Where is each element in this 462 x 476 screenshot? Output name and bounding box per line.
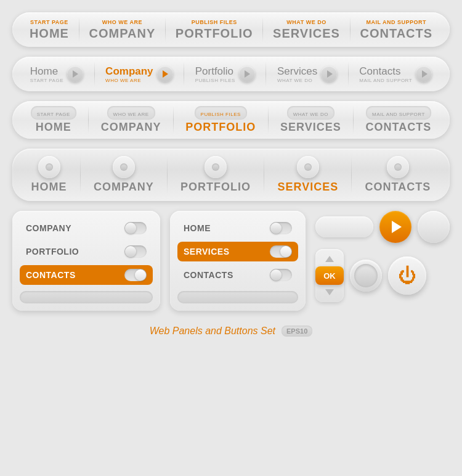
nav3-portfolio[interactable]: PUBLISH FILES PORTFOLIO — [185, 106, 256, 134]
nav4-home-circle[interactable] — [38, 156, 60, 178]
arrow-icon — [163, 70, 168, 78]
toggle-knob — [270, 223, 282, 234]
panel2-scrollbar[interactable] — [177, 291, 298, 303]
nav4-home[interactable]: HOME — [31, 156, 67, 194]
up-arrow-icon — [325, 256, 334, 262]
nav4-services-text: SERVICES — [277, 181, 338, 194]
nav4-home-text: HOME — [31, 181, 67, 194]
nav4-company-circle[interactable] — [113, 156, 135, 178]
panel2-contacts-toggle[interactable] — [270, 269, 292, 281]
nav2-contacts-arrow[interactable] — [416, 66, 432, 82]
play-button[interactable] — [379, 211, 411, 243]
nav4-company-text: COMPANY — [94, 181, 154, 194]
nav2-portfolio[interactable]: Portfolio PUBLISH FILES — [195, 65, 255, 83]
nav2-portfolio-group: Portfolio PUBLISH FILES — [195, 65, 235, 83]
nav1-contacts[interactable]: MAIL AND SUPPORT CONTACTS — [360, 19, 432, 41]
divider — [94, 62, 95, 86]
ok-button[interactable]: OK — [315, 266, 344, 285]
divider — [165, 17, 166, 42]
panel2-contacts-row[interactable]: CONTACTS — [177, 265, 298, 285]
nav2-company-arrow[interactable] — [157, 66, 173, 82]
round-button-1[interactable] — [418, 211, 450, 243]
nav1-home-label: START PAGE — [30, 19, 68, 25]
nav3-portfolio-pill: PUBLISH FILES — [195, 106, 247, 120]
nav3-services[interactable]: WHAT WE DO SERVICES — [280, 106, 341, 134]
pill-button[interactable] — [315, 216, 373, 237]
nav3-contacts-pill-text: MAIL AND SUPPORT — [372, 112, 425, 117]
nav1-portfolio[interactable]: PUBLISH FILES PORTFOLIO — [176, 19, 253, 41]
nav2-portfolio-arrow[interactable] — [239, 66, 255, 82]
nav3-home[interactable]: START PAGE HOME — [31, 106, 76, 134]
play-icon — [392, 221, 402, 233]
navbar-2: Home START PAGE Company WHO WE ARE Portf… — [12, 57, 450, 91]
scroll-down-button[interactable] — [322, 286, 337, 298]
nav3-services-pill: WHAT WE DO — [287, 106, 334, 120]
nav3-home-pill-text: START PAGE — [37, 112, 70, 117]
divider — [167, 157, 168, 194]
divider — [353, 106, 354, 134]
nav2-services-group: Services WHAT WE DO — [277, 65, 317, 83]
nav3-portfolio-main: PORTFOLIO — [185, 121, 256, 134]
nav2-company-main: Company — [105, 65, 153, 78]
nav2-portfolio-sub: PUBLISH FILES — [195, 78, 235, 83]
circle-inner — [212, 163, 219, 171]
nav3-services-pill-text: WHAT WE DO — [293, 112, 328, 117]
divider — [264, 157, 264, 194]
power-icon: ⏻ — [398, 266, 416, 285]
controls-row-2: OK ⏻ — [315, 249, 450, 302]
nav2-contacts[interactable]: Contacts MAIL AND SUPPORT — [359, 65, 432, 83]
divider — [348, 62, 349, 86]
nav2-home-arrow[interactable] — [67, 66, 83, 82]
nav3-services-main: SERVICES — [280, 121, 341, 134]
toggle-knob — [280, 246, 291, 257]
nav2-company-group: Company WHO WE ARE — [105, 65, 153, 83]
nav2-home-group: Home START PAGE — [30, 65, 63, 83]
nav2-services[interactable]: Services WHAT WE DO — [277, 65, 337, 83]
nav4-portfolio-circle[interactable] — [205, 156, 227, 178]
panel1-portfolio-label: PORTFOLIO — [26, 247, 79, 256]
panel1-company-row[interactable]: COMPANY — [20, 218, 153, 238]
nav4-contacts[interactable]: CONTACTS — [365, 156, 431, 194]
nav4-portfolio[interactable]: PORTFOLIO — [180, 156, 251, 194]
nav4-services-circle[interactable] — [297, 156, 319, 178]
nav1-contacts-label: MAIL AND SUPPORT — [367, 19, 427, 25]
panel1-contacts-row[interactable]: CONTACTS — [20, 265, 153, 285]
nav1-portfolio-text: PORTFOLIO — [176, 27, 253, 41]
nav4-company[interactable]: COMPANY — [94, 156, 154, 194]
nav1-company-label: WHO WE ARE — [102, 19, 142, 25]
nav2-home[interactable]: Home START PAGE — [30, 65, 83, 83]
divider — [350, 17, 351, 42]
nav1-services[interactable]: WHAT WE DO SERVICES — [273, 19, 340, 41]
panel2-home-row[interactable]: HOME — [177, 218, 298, 238]
power-button[interactable]: ⏻ — [388, 256, 426, 295]
nav1-home[interactable]: START PAGE HOME — [30, 19, 69, 41]
nav3-company-pill: WHO WE ARE — [107, 106, 155, 120]
panel2-home-label: HOME — [184, 223, 211, 233]
panel2-services-row[interactable]: SERVICES — [177, 242, 298, 261]
round-button-2[interactable] — [350, 260, 382, 292]
nav3-company[interactable]: WHO WE ARE COMPANY — [101, 106, 161, 134]
nav3-contacts[interactable]: MAIL AND SUPPORT CONTACTS — [366, 106, 432, 134]
scroll-up-button[interactable] — [322, 253, 337, 265]
panel1-portfolio-row[interactable]: PORTFOLIO — [20, 242, 153, 261]
nav2-home-sub: START PAGE — [30, 78, 63, 83]
nav3-home-pill: START PAGE — [31, 106, 76, 120]
controls-row-1 — [315, 211, 450, 243]
nav2-services-arrow[interactable] — [321, 66, 337, 82]
nav4-services[interactable]: SERVICES — [277, 156, 338, 194]
nav1-company[interactable]: WHO WE ARE COMPANY — [89, 19, 155, 41]
panel1-company-toggle[interactable] — [124, 222, 147, 234]
nav1-services-text: SERVICES — [273, 27, 340, 41]
footer: Web Panels and Buttons Set EPS10 — [150, 326, 313, 337]
panel1-scrollbar[interactable] — [20, 291, 153, 303]
divider — [184, 62, 184, 86]
panel2-home-toggle[interactable] — [270, 222, 292, 234]
nav4-contacts-circle[interactable] — [387, 156, 409, 178]
panel1-portfolio-toggle[interactable] — [124, 245, 147, 258]
panel2-services-toggle[interactable] — [270, 245, 292, 258]
nav2-company[interactable]: Company WHO WE ARE — [105, 65, 172, 83]
divider — [265, 62, 266, 86]
divider — [351, 157, 352, 194]
eps-badge: EPS10 — [282, 326, 312, 337]
panel1-contacts-toggle[interactable] — [124, 269, 147, 281]
